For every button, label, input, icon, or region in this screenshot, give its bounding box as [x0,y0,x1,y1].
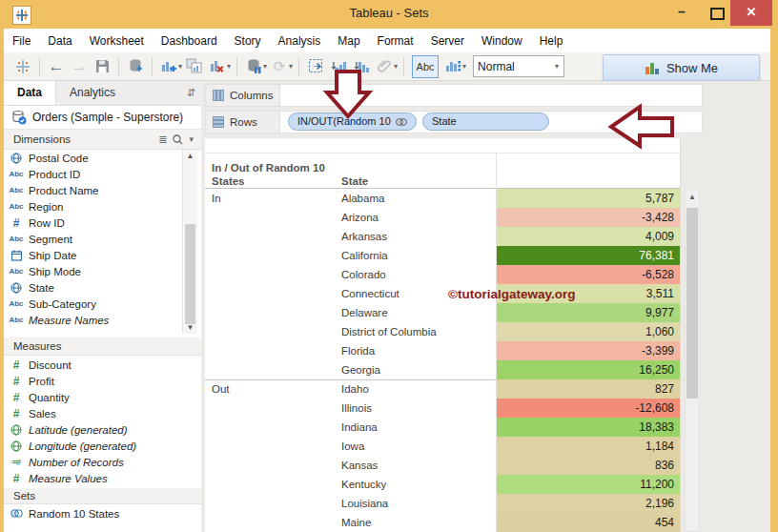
update-datasource-icon[interactable] [244,56,263,77]
menu-item-dashboard[interactable]: Dashboard [153,34,226,48]
menu-item-server[interactable]: Server [422,34,473,48]
refresh-icon[interactable]: ⟳ [270,56,289,77]
show-me-button[interactable]: Show Me [603,54,760,81]
toolbar: ← → ▾ ▾ ▾ ⟳▾ [4,52,770,81]
totals-icon[interactable] [443,56,462,77]
pill-state[interactable]: State [422,113,549,131]
dimensions-scrollbar[interactable]: ▲ ▼ [182,150,197,334]
show-me-icon [645,61,660,75]
field-ship-date[interactable]: Ship Date [4,247,181,263]
menu-item-map[interactable]: Map [329,34,368,48]
scrollbar-thumb[interactable] [686,208,698,399]
menu-item-story[interactable]: Story [226,34,270,48]
chevron-down-icon[interactable]: ▾ [394,62,398,71]
field-sales[interactable]: #Sales [4,405,201,421]
inout-header-line2[interactable]: States [212,175,245,187]
new-datasource-icon[interactable] [126,56,145,77]
duplicate-sheet-icon[interactable] [185,56,204,77]
sort-descending-icon[interactable] [352,56,371,77]
sort-ascending-icon[interactable] [329,56,348,77]
tableau-logo-icon[interactable] [13,56,32,77]
redo-icon[interactable]: → [70,56,89,77]
scroll-up-icon[interactable]: ▲ [183,152,197,160]
field-profit[interactable]: #Profit [4,373,201,389]
save-icon[interactable] [92,56,112,77]
fit-dropdown[interactable]: Normal ▾ [473,55,564,77]
field-segment[interactable]: AbcSegment [4,231,181,247]
field-number-of-records[interactable]: =#Number of Records [4,454,201,470]
paperclip-icon[interactable] [375,56,394,77]
pill-inout-random10[interactable]: IN/OUT(Random 10 S.. [288,113,417,131]
chevron-down-icon[interactable]: ▾ [178,62,182,71]
field-label: Longitude (generated) [29,440,136,452]
menu-item-help[interactable]: Help [531,34,572,48]
tableau-window: Tableau - Sets – ✕ FileDataWorksheetDash… [0,0,778,532]
state-header[interactable]: State [341,175,368,187]
eqhash-icon: =# [4,458,29,467]
chevron-down-icon[interactable]: ▾ [462,62,466,71]
inout-header-line1[interactable]: In / Out of Random 10 [212,162,325,174]
toolbar-separator [298,57,299,76]
swap-rows-columns-icon[interactable] [306,56,325,77]
menu-item-file[interactable]: File [4,34,39,48]
field-measure-values[interactable]: #Measure Values [4,470,201,486]
view-as-list-icon[interactable]: ≣ [158,133,167,146]
field-ship-mode[interactable]: AbcShip Mode [4,263,181,279]
field-random-10-states[interactable]: Random 10 States [4,505,201,522]
clear-sheet-icon[interactable] [208,56,227,77]
abc-icon: Abc [4,299,29,308]
columns-shelf[interactable]: Columns [205,84,703,107]
show-mark-labels-button[interactable]: Abc [412,55,439,78]
chevron-down-icon[interactable]: ▾ [189,134,194,144]
hash-icon: # [4,391,29,404]
field-discount[interactable]: #Discount [4,357,201,373]
pane-swap-icon[interactable]: ⇵ [181,81,201,105]
menubar: FileDataWorksheetDashboardStoryAnalysisM… [4,29,770,53]
datasource-item[interactable]: Orders (Sample - Superstore) [4,105,201,130]
field-quantity[interactable]: #Quantity [4,389,201,405]
scrollbar-thumb[interactable] [185,224,195,324]
field-sub-category[interactable]: AbcSub-Category [4,296,181,312]
pane-tabs: Data Analytics ⇵ [4,81,201,106]
hash-icon: # [4,216,29,230]
field-measure-names[interactable]: AbcMeasure Names [4,312,181,328]
scroll-up-icon[interactable]: ▲ [686,193,699,201]
field-region[interactable]: AbcRegion [4,198,181,215]
field-label: Ship Date [29,250,77,261]
field-product-name[interactable]: AbcProduct Name [4,182,181,198]
field-row-id[interactable]: #Row ID [4,215,181,231]
menu-item-format[interactable]: Format [369,34,422,48]
undo-icon[interactable]: ← [47,56,66,77]
chevron-down-icon[interactable]: ▾ [289,62,293,71]
dimensions-header: Dimensions ≣ ▾ [4,130,201,150]
chevron-down-icon[interactable]: ▾ [263,62,267,71]
field-state[interactable]: State [4,279,181,296]
menu-item-data[interactable]: Data [39,34,80,48]
field-latitude-generated-[interactable]: Latitude (generated) [4,421,201,438]
scroll-down-icon[interactable]: ▼ [183,323,197,332]
tab-data[interactable]: Data [4,81,56,105]
hash-icon: # [4,375,29,388]
menu-item-worksheet[interactable]: Worksheet [81,34,153,48]
field-postal-code[interactable]: Postal Code [4,150,181,166]
minimize-button[interactable]: – [667,0,696,26]
search-icon[interactable] [173,134,183,145]
menu-item-window[interactable]: Window [473,34,531,48]
field-longitude-generated-[interactable]: Longitude (generated) [4,438,201,454]
maximize-button[interactable] [702,0,730,26]
field-product-id[interactable]: AbcProduct ID [4,166,181,182]
fit-dropdown-value: Normal [478,60,515,73]
rows-icon [213,116,224,128]
field-label: Profit [29,376,54,387]
field-label: Sub-Category [29,298,96,310]
close-button[interactable]: ✕ [730,0,772,26]
tab-analytics[interactable]: Analytics [56,81,129,105]
new-worksheet-icon[interactable] [159,56,178,77]
globe-icon [4,282,29,294]
vertical-scrollbar[interactable]: ▲ [685,189,700,532]
field-label: Ship Mode [29,266,81,277]
globe-icon [4,424,29,436]
worksheet-view [205,138,680,532]
chevron-down-icon[interactable]: ▾ [227,62,231,71]
menu-item-analysis[interactable]: Analysis [270,34,330,48]
